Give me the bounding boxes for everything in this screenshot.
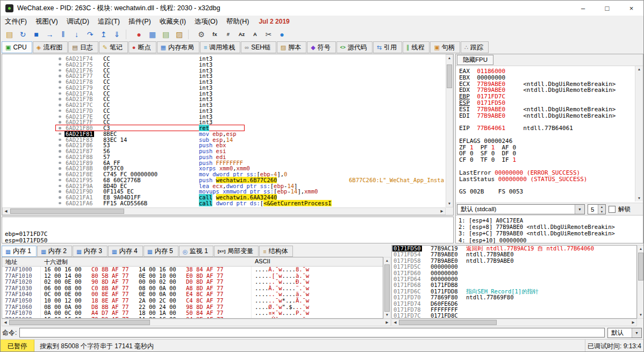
script-icon[interactable]: ▨ [173, 28, 186, 40]
patch-icon[interactable]: # [221, 28, 235, 40]
stack-row[interactable]: 0171FD74D60FE6D6 [392, 301, 636, 307]
dump-row[interactable]: 77AF105010 00 12 0018 8E AF 772A 00 2C 0… [2, 298, 383, 304]
scroll-up-icon[interactable]: ▲ [638, 246, 644, 252]
scroll-up-icon[interactable]: ▲ [446, 55, 453, 61]
disasm-row[interactable]: 6AD21FA6FF15 ACD5566Bcall dword ptr ds:[… [2, 200, 445, 206]
argument-count-stepper[interactable]: 5 ▲ ▼ [588, 204, 606, 214]
stack-row[interactable]: 0171FD7C0171FD8C [392, 313, 636, 319]
register-line[interactable]: CF 0 TF 0 IF 1 [459, 157, 635, 163]
tab-memory-map[interactable]: ▦内存布局 [157, 41, 199, 53]
snapshot-icon[interactable]: ✂ [262, 28, 275, 40]
menu-item-plugins[interactable]: 插件(P) [124, 16, 155, 27]
disasm-row[interactable]: 6AD21F75CCint3 [2, 62, 445, 68]
tab-graph[interactable]: ◈流程图 [33, 41, 68, 53]
scroll-left-icon[interactable]: ◀ [392, 319, 398, 326]
spin-down-icon[interactable]: ▼ [598, 210, 605, 214]
close-button[interactable]: × [619, 1, 643, 16]
maximize-button[interactable]: □ [595, 1, 619, 16]
tab-handles[interactable]: ▣句柄 [430, 41, 460, 53]
stack-row[interactable]: 0171FD6000000000 [392, 270, 636, 276]
stack-row[interactable]: 0171FD6C0171FDD8指向SEH_Record[1]的指针 [392, 289, 636, 294]
tab-memory-1[interactable]: ▦内存 1 [2, 246, 37, 257]
tab-locals[interactable]: [x=]局部变量 [214, 246, 259, 257]
scroll-right-icon[interactable]: ▶ [630, 319, 636, 326]
register-line[interactable]: GS 002B FS 0053 [459, 189, 635, 195]
scrollbar-thumb[interactable] [399, 320, 497, 325]
disasm-vscrollbar[interactable]: ▲ ▼ [446, 54, 453, 207]
tab-memory-3[interactable]: ▦内存 3 [73, 246, 108, 257]
register-line[interactable]: EDI 77B9ABE0 <ntdll.DbgUiRemoteBreakin> [459, 113, 635, 119]
menu-item-file[interactable]: 文件(F) [1, 16, 31, 27]
stop-icon[interactable]: ■ [30, 28, 43, 40]
scrollbar-thumb[interactable] [638, 253, 643, 281]
dropdown-arrow-icon[interactable]: ▼ [575, 205, 584, 214]
spin-up-icon[interactable]: ▲ [598, 205, 605, 210]
run-icon[interactable]: → [43, 28, 56, 40]
tab-script[interactable]: ▨脚本 [277, 41, 306, 53]
menu-item-favourites[interactable]: 收藏夹(I) [155, 16, 190, 27]
menu-item-view[interactable]: 视图(V) [31, 16, 62, 27]
calling-convention-select[interactable]: 默认 (stdcall) ▼ [457, 204, 585, 214]
unlock-checkbox[interactable] [609, 206, 616, 213]
tab-struct[interactable]: ≡结构体 [259, 246, 293, 257]
command-profile-select[interactable]: 默认 ▼ [607, 328, 642, 338]
menu-item-trace[interactable]: 追踪(T) [94, 16, 124, 27]
registers-vscrollbar[interactable]: ▲ ▼ [635, 66, 643, 202]
dump-vscrollbar[interactable]: ▲ ▼ [383, 257, 391, 319]
scroll-down-icon[interactable]: ▼ [638, 312, 644, 318]
scrollbar-thumb[interactable] [384, 264, 390, 312]
tab-memory-2[interactable]: ▦内存 2 [37, 246, 72, 257]
menu-item-options[interactable]: 选项(O) [190, 16, 222, 27]
dropdown-arrow-icon[interactable]: ▼ [632, 328, 641, 337]
command-input[interactable] [19, 328, 605, 337]
stack-row[interactable]: 0171FD7077869F80ntdll.77869F80 [392, 294, 636, 300]
scroll-right-icon[interactable]: ▶ [384, 319, 390, 326]
tab-seh[interactable]: ∞SEH链 [241, 41, 276, 53]
tab-references[interactable]: ⇆引用 [373, 41, 402, 53]
log-icon[interactable]: ▤ [159, 28, 173, 40]
tab-symbols[interactable]: ◆符号 [307, 41, 335, 53]
step-over-icon[interactable]: ↷ [83, 28, 97, 40]
memory-map-icon[interactable]: ▦ [146, 28, 159, 40]
step-into-icon[interactable]: ↓ [70, 28, 83, 40]
dump-row[interactable]: 77AF100016 00 16 00C0 8B AF 7714 00 16 0… [2, 267, 383, 273]
stack-vscrollbar[interactable]: ▲ ▼ [637, 245, 644, 319]
scroll-up-icon[interactable]: ▲ [384, 257, 390, 264]
stepper-buttons[interactable]: ▲ ▼ [598, 205, 605, 214]
stack-row[interactable]: 0171FD5477B9ABE0ntdll.77B9ABE0 [392, 252, 636, 257]
breakpoints-icon[interactable]: ● [132, 28, 146, 40]
argument-line[interactable]: 2: [esp+8] 77B9ABE0 <ntdll.DbgUiRemoteBr… [459, 224, 643, 230]
assembler-icon[interactable]: A [248, 28, 262, 40]
scroll-right-icon[interactable]: ▶ [439, 208, 445, 214]
scroll-left-icon[interactable]: ◀ [3, 208, 9, 214]
tab-notes[interactable]: ✎笔记 [99, 41, 128, 53]
minimize-button[interactable]: – [571, 1, 595, 16]
tab-watch-1[interactable]: ◎监视 1 [179, 246, 213, 257]
argument-line[interactable]: 1: [esp+4] A0C17EEA [459, 217, 643, 224]
register-line[interactable]: EIP 77B64061 ntdll.77B64061 [459, 125, 635, 132]
menu-item-debug[interactable]: 调试(D) [62, 16, 94, 27]
scroll-left-icon[interactable]: ◀ [2, 319, 9, 326]
tab-breakpoints[interactable]: ●断点 [128, 41, 156, 53]
scrollbar-thumb[interactable] [9, 320, 150, 325]
argument-line[interactable]: 4: [esp+10] 00000000 [459, 237, 643, 243]
restart-icon[interactable]: ↻ [16, 28, 30, 40]
scroll-down-icon[interactable]: ▼ [635, 195, 643, 202]
strings-icon[interactable]: Az [235, 28, 248, 40]
tab-memory-5[interactable]: ▦内存 5 [144, 246, 178, 257]
argument-line[interactable]: 3: [esp+C] 77B9ABE0 <ntdll.DbgUiRemoteBr… [459, 230, 643, 236]
tab-source[interactable]: <>源代码 [337, 41, 373, 53]
tab-call-stack[interactable]: ≡调用堆栈 [200, 41, 240, 53]
scroll-down-icon[interactable]: ▼ [384, 312, 390, 318]
open-file-icon[interactable]: ▤ [3, 28, 16, 40]
calculator-icon[interactable]: fx [208, 28, 221, 40]
menu-item-help[interactable]: 帮助(H) [222, 16, 253, 27]
disasm-row[interactable]: 6AD21F79CCint3 [2, 85, 445, 91]
stack-row[interactable]: 0171FD5077B9AC19返回到 ntdll.77B9AC19 自 ntd… [392, 246, 636, 252]
stack-row[interactable]: 0171FD6400000000 [392, 276, 636, 282]
dump-hscrollbar[interactable]: ◀ ▶ [2, 319, 391, 326]
register-line[interactable]: LastStatus 00000000 (STATUS_SUCCESS) [459, 176, 635, 183]
disasm-hscrollbar[interactable]: ◀ ▶ [2, 207, 446, 215]
disasm-row[interactable]: 6AD21F7DCCint3 [2, 108, 445, 114]
execute-till-return-icon[interactable]: ↥ [97, 28, 110, 40]
